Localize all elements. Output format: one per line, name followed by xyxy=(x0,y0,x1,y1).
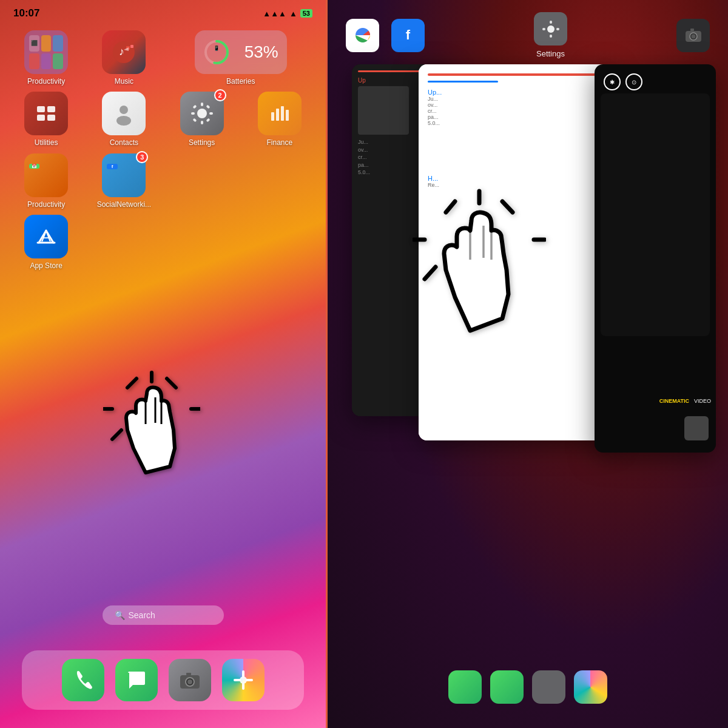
app-label-contacts: Contacts xyxy=(110,138,138,147)
white-card-link2: H... xyxy=(428,175,604,182)
app-switcher-bar: f Settings xyxy=(328,0,728,64)
status-icons: ▲▲▲ ▲ 53 xyxy=(263,9,312,18)
svg-point-14 xyxy=(197,109,207,118)
svg-text:📱: 📱 xyxy=(214,45,220,51)
dock-phone[interactable] xyxy=(62,659,104,701)
right-dock-row xyxy=(328,670,728,704)
svg-rect-25 xyxy=(281,106,284,121)
battery-widget[interactable]: 📱 53% Batteries xyxy=(168,30,314,86)
app-label-productivity-folder: Productivity xyxy=(27,77,65,86)
app-finance[interactable]: Finance xyxy=(246,92,314,147)
svg-rect-48 xyxy=(550,35,552,38)
svg-rect-9 xyxy=(47,106,55,112)
white-card-text4: pa... xyxy=(428,114,604,120)
svg-rect-15 xyxy=(201,103,203,106)
app-label-productivity2: Productivity xyxy=(27,200,65,209)
app-productivity2-folder[interactable]: 📅 Productivity xyxy=(12,153,80,209)
app-social-folder[interactable]: f 3 SocialNetworki... xyxy=(90,153,158,209)
app-contacts[interactable]: Contacts xyxy=(90,92,158,147)
switcher-app-settings[interactable]: Settings xyxy=(437,12,664,58)
app-label-appstore: App Store xyxy=(30,261,62,270)
switcher-app-camera[interactable] xyxy=(676,19,710,52)
camera-mode-bar: CINEMATIC VIDEO xyxy=(595,398,716,404)
settings-switcher-label: Settings xyxy=(536,49,565,58)
folder-mini-6 xyxy=(53,53,63,70)
app-label-batteries: Batteries xyxy=(226,77,255,86)
settings-badge: 2 xyxy=(214,89,226,101)
app-label-utilities: Utilities xyxy=(35,138,58,147)
white-card-text2: ov... xyxy=(428,102,604,108)
camera-settings-btn[interactable]: ⊙ xyxy=(625,73,642,90)
card-white-settings[interactable]: Up... Ju... ov... cr... pa... 5.0... H..… xyxy=(419,64,613,440)
dark-card-thumbnail xyxy=(358,86,409,135)
music-icon: ♪ xyxy=(102,30,146,74)
camera-flash-btn[interactable]: ✱ xyxy=(604,73,621,90)
google-icon xyxy=(346,19,379,52)
app-music[interactable]: ♪ Music xyxy=(90,30,158,86)
svg-rect-10 xyxy=(37,115,45,121)
folder-mini-5 xyxy=(41,53,52,70)
search-icon: 🔍 xyxy=(115,610,125,620)
finance-icon xyxy=(258,92,302,135)
folder-mini-1: ⬛ xyxy=(29,35,39,52)
contacts-icon xyxy=(102,92,146,135)
social-folder-icon: f 3 xyxy=(102,153,146,197)
signal-icon: ▲▲▲ xyxy=(263,9,286,18)
utilities-icon xyxy=(24,92,68,135)
svg-point-13 xyxy=(116,116,131,126)
battery-badge: 53 xyxy=(300,9,312,18)
left-phone-panel: 10:07 ▲▲▲ ▲ 53 ⬛ Productivity xyxy=(0,0,328,728)
camera-controls: ✱ ⊙ xyxy=(604,73,707,90)
white-card-text6: Re... xyxy=(428,182,604,188)
folder-mini-3 xyxy=(53,35,63,52)
white-card-text1: Ju... xyxy=(428,96,604,102)
rdock-camera[interactable] xyxy=(532,670,565,704)
svg-rect-21 xyxy=(206,105,210,109)
app-productivity-folder[interactable]: ⬛ Productivity xyxy=(12,30,80,86)
battery-widget-display: 📱 53% xyxy=(195,30,287,74)
folder-icon-productivity: ⬛ xyxy=(24,30,68,74)
rdock-messages[interactable] xyxy=(490,670,524,704)
status-time: 10:07 xyxy=(13,7,39,19)
dark-card-red-bar xyxy=(358,70,426,72)
right-phone-panel: f Settings xyxy=(328,0,728,728)
svg-rect-50 xyxy=(556,28,559,30)
productivity2-folder-icon: 📅 xyxy=(24,153,68,197)
battery-circle-svg: 📱 xyxy=(203,39,230,66)
rdock-phone[interactable] xyxy=(448,670,482,704)
svg-point-12 xyxy=(120,106,128,114)
search-pill[interactable]: 🔍 Search xyxy=(103,605,224,625)
switcher-app-facebook[interactable]: f xyxy=(391,19,425,52)
white-card-text3: cr... xyxy=(428,108,604,114)
battery-percent: 53% xyxy=(244,42,278,62)
switcher-app-google[interactable] xyxy=(346,19,379,52)
white-card-top-bar xyxy=(428,73,604,76)
folder-mini-4 xyxy=(29,53,39,70)
dock-camera[interactable] xyxy=(169,659,211,701)
search-bar: 🔍 Search xyxy=(0,599,326,631)
social-badge: 3 xyxy=(136,151,148,163)
app-settings[interactable]: 2 Settings xyxy=(168,92,236,147)
app-label-finance: Finance xyxy=(267,138,293,147)
app-utilities[interactable]: Utilities xyxy=(12,92,80,147)
app-appstore[interactable]: A App Store xyxy=(12,215,80,270)
dock-photos[interactable] xyxy=(222,659,265,701)
svg-rect-43 xyxy=(186,673,191,675)
card-camera-app[interactable]: ✱ ⊙ CINEMATIC VIDEO xyxy=(595,64,716,453)
svg-rect-18 xyxy=(209,112,213,115)
rdock-photos[interactable] xyxy=(574,670,607,704)
camera-card-content: ✱ ⊙ CINEMATIC VIDEO xyxy=(595,64,716,342)
settings-icon: 2 xyxy=(180,92,224,135)
svg-rect-11 xyxy=(47,115,55,121)
svg-point-53 xyxy=(691,35,695,39)
app-label-music: Music xyxy=(115,77,133,86)
white-card-text5: 5.0... xyxy=(428,120,604,126)
dock-messages[interactable] xyxy=(115,659,158,701)
app-label-social: SocialNetworki... xyxy=(97,200,151,209)
settings-icon-switcher xyxy=(534,12,567,46)
svg-rect-16 xyxy=(201,121,203,124)
svg-point-46 xyxy=(547,25,554,33)
camera-icon-switcher xyxy=(676,19,710,52)
sf-mini-fb: f xyxy=(107,164,117,169)
white-card-link1: Up... xyxy=(428,89,604,96)
